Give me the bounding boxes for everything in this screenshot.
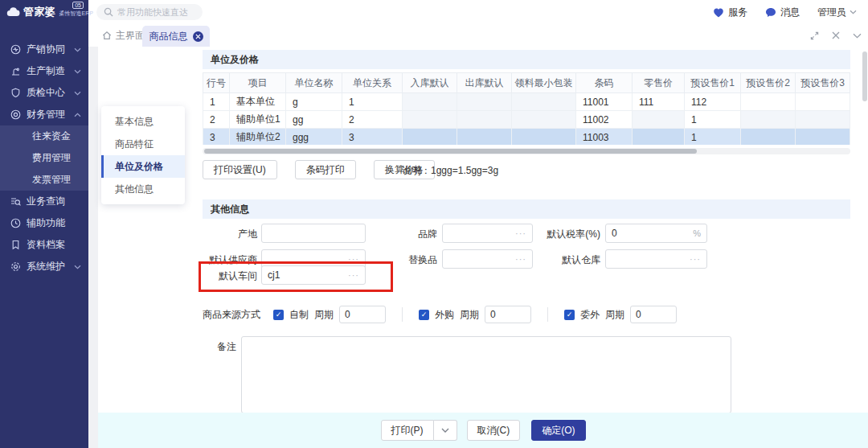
table-cell[interactable] [850,129,851,146]
table-cell[interactable]: 2 [203,111,230,129]
table-cell[interactable] [741,129,796,146]
column-header[interactable]: 预设售价2 [741,73,796,93]
table-cell[interactable]: 辅助单位2 [230,129,286,146]
table-cell[interactable]: gg [286,111,342,129]
table-cell[interactable]: ggg [286,129,342,146]
form-nav-item-3[interactable]: 其他信息 [101,178,185,200]
table-cell[interactable] [633,111,685,129]
sidebar-item-2[interactable]: 质检中心 [0,82,88,104]
cycle-input-0[interactable]: 0 [339,306,386,323]
sidebar-item-4[interactable]: 业务查询 [0,191,88,212]
form-nav-item-0[interactable]: 基本信息 [101,110,185,133]
sidebar-item-1[interactable]: 生产制造 [0,60,88,82]
sidebar-item-0[interactable]: 产销协同 [0,39,88,60]
checkbox-2[interactable]: ✓ [564,310,575,320]
sidebar-subitem[interactable]: 发票管理 [0,169,88,191]
tab-product-info[interactable]: 商品信息 [142,26,210,47]
table-horizontal-scrollbar[interactable] [203,148,850,154]
origin-field[interactable] [261,224,366,243]
hscroll-thumb[interactable] [204,149,697,154]
table-cell[interactable] [403,129,457,146]
user-menu[interactable]: 管理员 [817,6,857,19]
column-header[interactable]: 预设售价3 [796,73,850,93]
table-cell[interactable] [403,93,457,111]
table-cell[interactable]: 辅助单位1 [230,111,286,129]
table-cell[interactable] [512,93,576,111]
column-header[interactable]: 条码 [576,73,633,93]
brand-picker-trigger[interactable]: ··· [515,228,526,238]
workshop-picker-trigger[interactable]: ··· [348,270,359,280]
vscroll-thumb[interactable] [862,51,867,101]
quick-search-input[interactable]: 常用功能快速直达 [96,4,203,20]
table-cell[interactable]: 1 [342,93,403,111]
sidebar-subitem[interactable]: 费用管理 [0,147,88,169]
brand-field[interactable]: ··· [442,224,533,243]
table-cell[interactable] [457,111,512,129]
table-cell[interactable]: 1 [203,93,230,111]
table-cell[interactable] [633,129,685,146]
sidebar-item-3[interactable]: 财务管理 [0,104,88,125]
column-header[interactable]: 零售价 [633,73,685,93]
column-header[interactable]: 行号 [203,73,230,93]
print-dropdown-button[interactable] [434,420,457,441]
column-header[interactable]: 项目 [230,73,286,93]
column-header[interactable]: 单位名称 [286,73,342,93]
table-cell[interactable] [796,111,850,129]
close-tab-icon[interactable] [832,31,840,39]
sidebar-subitem[interactable]: 往来资金 [0,125,88,147]
print-setup-button[interactable]: 打印设置(U) [203,160,277,179]
table-cell[interactable]: 1 [685,111,741,129]
checkbox-1[interactable]: ✓ [419,310,429,320]
table-cell[interactable]: 112 [685,93,741,111]
table-cell[interactable] [457,93,512,111]
form-nav-item-2[interactable]: 单位及价格 [101,155,185,178]
service-button[interactable]: 服务 [713,6,747,19]
tab-home[interactable]: 主界面 [102,24,145,47]
column-header[interactable]: 出库默认 [457,73,512,93]
table-cell[interactable]: 3 [342,129,403,146]
table-cell[interactable]: 11002 [576,111,633,129]
substitute-picker-trigger[interactable]: ··· [515,254,526,264]
table-cell[interactable]: 基本单位 [230,93,286,111]
sidebar-item-7[interactable]: 系统维护 [0,256,88,277]
table-cell[interactable] [457,129,512,146]
table-cell[interactable]: g [286,93,342,111]
table-cell[interactable]: 1 [685,129,741,146]
vertical-scrollbar[interactable] [861,48,867,446]
column-header[interactable]: 预设售价1 [685,73,741,93]
table-row[interactable]: 1基本单位g111001111112 [203,93,851,111]
barcode-print-button[interactable]: 条码打印 [295,160,356,179]
remark-textarea[interactable] [241,336,731,413]
table-cell[interactable] [741,111,796,129]
checkbox-0[interactable]: ✓ [273,310,284,320]
form-nav-item-1[interactable]: 商品特征 [101,133,185,155]
tax-field[interactable]: 0 % [605,224,707,243]
table-cell[interactable]: 11003 [576,129,633,146]
column-header[interactable]: 领料最小包装 [512,73,576,93]
table-row[interactable]: 2辅助单位1gg2110021 [203,111,851,129]
warehouse-picker-trigger[interactable]: ··· [690,254,701,264]
cancel-button[interactable]: 取消(C) [467,420,521,441]
table-cell[interactable] [796,129,850,146]
collapse-icon[interactable] [853,33,862,39]
column-header[interactable] [850,73,851,93]
table-cell[interactable] [850,111,851,129]
table-cell[interactable] [403,111,457,129]
table-cell[interactable]: 2 [342,111,403,129]
sidebar-item-6[interactable]: 资料档案 [0,234,88,256]
print-button[interactable]: 打印(P) [381,420,434,441]
warehouse-field[interactable]: ··· [605,249,707,269]
sidebar-item-5[interactable]: 辅助功能 [0,212,88,234]
column-header[interactable]: 入库默认 [403,73,457,93]
tab-close-icon[interactable] [193,31,203,42]
maximize-icon[interactable] [810,31,819,40]
substitute-field[interactable]: ··· [442,249,533,269]
table-cell[interactable]: 11001 [576,93,633,111]
workshop-field[interactable]: cj1 ··· [261,265,366,285]
table-cell[interactable] [512,129,576,146]
column-header[interactable]: 单位关系 [342,73,403,93]
cycle-input-1[interactable]: 0 [485,306,531,323]
confirm-button[interactable]: 确定(O) [531,420,585,441]
table-cell[interactable] [850,93,851,111]
table-row[interactable]: 3辅助单位2ggg3110031 [203,129,851,146]
